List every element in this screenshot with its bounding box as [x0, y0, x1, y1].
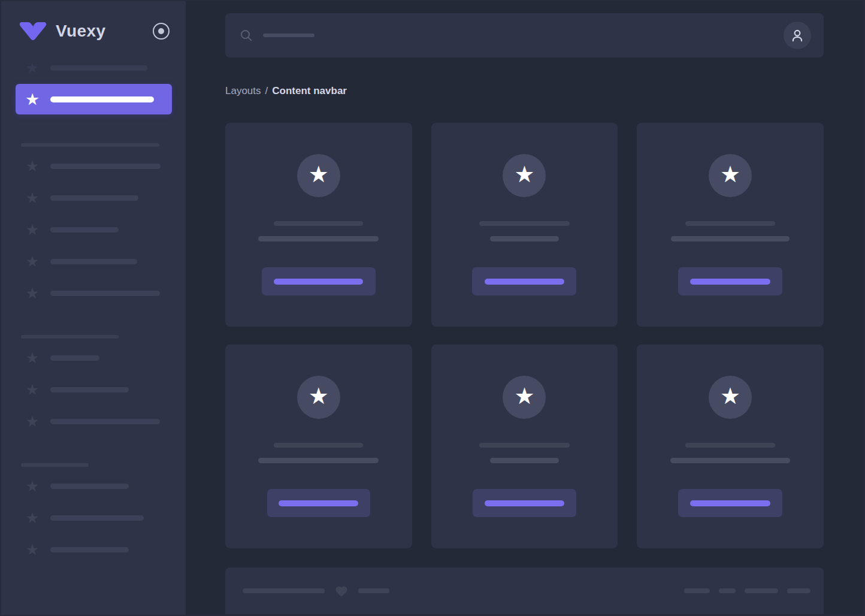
sidebar-item[interactable]: ★: [1, 479, 186, 493]
search-input[interactable]: [240, 29, 784, 42]
card: ★: [431, 123, 618, 327]
star-icon: ★: [25, 351, 40, 365]
sidebar-item[interactable]: ★: [1, 542, 186, 557]
star-icon: ★: [25, 92, 40, 107]
card: ★: [431, 345, 618, 548]
footer-link-placeholder: [684, 588, 710, 593]
menu-label-placeholder: [50, 195, 138, 201]
card-avatar-circle: ★: [503, 376, 546, 419]
brand-name: Vuexy: [56, 22, 105, 41]
star-icon: ★: [25, 159, 40, 173]
footer-link-placeholder: [745, 588, 778, 593]
sidebar-item[interactable]: ★: [1, 61, 186, 75]
card-title-placeholder: [685, 443, 775, 448]
star-icon: ★: [309, 163, 329, 186]
sidebar-item[interactable]: ★: [1, 382, 186, 397]
star-icon: ★: [25, 382, 40, 397]
star-icon: ★: [25, 222, 40, 237]
footer: [225, 567, 824, 614]
card-title-placeholder: [274, 221, 363, 226]
menu-label-placeholder: [50, 164, 161, 169]
card-title-placeholder: [479, 443, 570, 448]
breadcrumb-current: Content navbar: [272, 85, 347, 96]
menu-label-placeholder: [50, 227, 119, 232]
menu-section-placeholder: [21, 143, 159, 147]
main-content: Layouts/Content navbar ★★★★★★: [225, 13, 824, 614]
sidebar-item[interactable]: ★: [1, 191, 186, 205]
menu-section-placeholder: [21, 335, 119, 339]
sidebar-pin-toggle[interactable]: [153, 23, 170, 40]
star-icon: ★: [514, 163, 534, 186]
menu-label-placeholder: [50, 547, 129, 552]
button-label-placeholder: [690, 279, 770, 285]
cards-grid: ★★★★★★: [225, 123, 824, 548]
card: ★: [637, 345, 824, 548]
star-icon: ★: [25, 542, 40, 557]
sidebar-item[interactable]: ★: [1, 511, 186, 525]
card-avatar-circle: ★: [709, 154, 752, 197]
star-icon: ★: [309, 385, 329, 407]
sidebar-item[interactable]: ★: [1, 222, 186, 237]
card-button[interactable]: [473, 489, 576, 517]
card-avatar-circle: ★: [709, 376, 752, 419]
menu-label-placeholder: [50, 65, 147, 71]
breadcrumb-separator: /: [265, 85, 268, 96]
sidebar-header: Vuexy: [1, 1, 186, 41]
sidebar-item[interactable]: ★: [1, 414, 186, 428]
button-label-placeholder: [279, 500, 358, 506]
card-avatar-circle: ★: [297, 154, 340, 197]
vuexy-logo-icon: [18, 21, 48, 41]
card-button[interactable]: [472, 267, 576, 295]
sidebar: Vuexy ★★★★★★★★★★★★★: [1, 1, 186, 615]
sidebar-item[interactable]: ★: [1, 351, 186, 365]
star-icon: ★: [25, 191, 40, 205]
star-icon: ★: [720, 163, 740, 186]
card-title-placeholder: [685, 221, 775, 226]
person-icon: [790, 28, 805, 43]
sidebar-item-active[interactable]: ★: [16, 84, 172, 114]
menu-label-placeholder: [50, 484, 129, 489]
button-label-placeholder: [485, 500, 564, 506]
card-avatar-circle: ★: [297, 376, 340, 419]
brand-logo[interactable]: Vuexy: [18, 21, 105, 41]
card-button[interactable]: [262, 267, 376, 295]
sidebar-item[interactable]: ★: [1, 159, 186, 173]
star-icon: ★: [25, 511, 40, 525]
card: ★: [225, 123, 412, 327]
card-button[interactable]: [267, 489, 370, 517]
user-avatar-button[interactable]: [784, 22, 811, 49]
card: ★: [225, 345, 412, 548]
star-icon: ★: [25, 479, 40, 493]
breadcrumb: Layouts/Content navbar: [225, 85, 824, 97]
app-window: Vuexy ★★★★★★★★★★★★★: [0, 0, 865, 616]
top-navbar: [225, 13, 824, 58]
menu-label-placeholder: [50, 96, 154, 102]
star-icon: ★: [514, 385, 534, 407]
card-button[interactable]: [678, 489, 782, 517]
footer-link-placeholder: [719, 588, 736, 593]
card-avatar-circle: ★: [503, 154, 546, 197]
card-subtitle-placeholder: [490, 236, 559, 241]
menu-label-placeholder: [50, 387, 129, 392]
card-button[interactable]: [678, 267, 782, 295]
card-subtitle-placeholder: [258, 236, 379, 241]
footer-text-placeholder: [358, 588, 389, 593]
footer-left: [243, 584, 389, 597]
menu-section-placeholder: [21, 463, 89, 467]
star-icon: ★: [25, 254, 40, 268]
search-icon: [240, 29, 253, 42]
star-icon: ★: [25, 286, 40, 300]
breadcrumb-parent[interactable]: Layouts: [225, 85, 261, 96]
menu-label-placeholder: [50, 515, 144, 521]
sidebar-item[interactable]: ★: [1, 286, 186, 300]
card-title-placeholder: [274, 443, 363, 448]
card-subtitle-placeholder: [671, 236, 790, 241]
footer-links: [684, 588, 810, 593]
button-label-placeholder: [274, 279, 363, 285]
menu-label-placeholder: [50, 291, 160, 296]
menu-label-placeholder: [50, 419, 160, 424]
sidebar-item[interactable]: ★: [1, 254, 186, 268]
button-label-placeholder: [690, 500, 770, 506]
heart-icon: [334, 584, 349, 597]
star-icon: ★: [720, 385, 740, 407]
